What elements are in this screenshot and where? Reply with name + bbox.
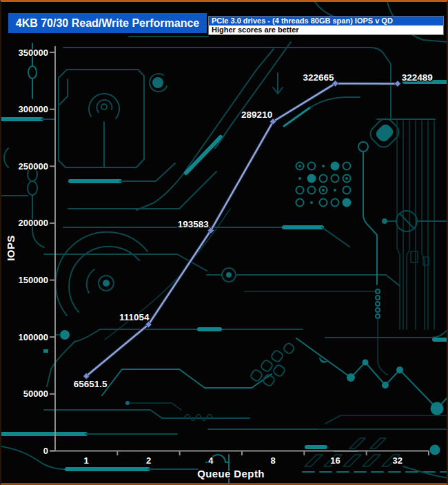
circuit-board-art [1, 2, 448, 485]
data-point-label: 322665 [303, 72, 334, 83]
y-axis-tick-labels: 0500001000001500002000002500003000003500… [19, 48, 48, 457]
x-tick-label: 2 [146, 455, 151, 466]
x-tick-label: 32 [393, 455, 403, 466]
y-axis-title: IOPS [5, 235, 17, 260]
iops-line-chart: 0500001000001500002000002500003000003500… [1, 2, 448, 485]
data-series: 65651.5111054193583289210322665322489 [74, 72, 433, 389]
x-tick-label: 16 [330, 455, 340, 466]
x-tick-label: 4 [208, 455, 214, 466]
chart-panel: 4KB 70/30 Read/Write Performance PCIe 3.… [0, 0, 448, 485]
chart-note: Higher scores are better [209, 25, 443, 34]
data-point-label: 289210 [241, 110, 272, 120]
y-tick-label: 200000 [19, 218, 48, 228]
x-tick-label: 8 [271, 455, 276, 466]
y-tick-label: 350000 [19, 48, 48, 58]
y-tick-label: 0 [43, 446, 48, 456]
x-tick-label: 1 [84, 455, 89, 466]
y-tick-label: 150000 [19, 275, 48, 285]
chart-subtitle-box: PCIe 3.0 drives - (4 threads 80GB span) … [208, 16, 444, 35]
data-point-marker [394, 81, 400, 87]
chart-subtitle: PCIe 3.0 drives - (4 threads 80GB span) … [209, 17, 443, 25]
y-tick-label: 100000 [19, 332, 48, 342]
axis-titles: Queue DepthIOPS [5, 235, 265, 479]
y-tick-label: 50000 [23, 389, 48, 399]
series-line-shadow [86, 83, 398, 376]
data-point-label: 193583 [178, 219, 210, 229]
x-axis-title: Queue Depth [197, 468, 265, 479]
chart-axes [50, 46, 440, 455]
data-point-label: 65651.5 [74, 379, 108, 389]
axis-end-via [430, 445, 440, 455]
data-point-label: 322489 [402, 72, 433, 83]
y-tick-label: 250000 [19, 161, 48, 172]
chart-title: 4KB 70/30 Read/Write Performance [8, 13, 207, 33]
y-tick-label: 300000 [19, 104, 48, 114]
data-point-label: 111054 [119, 312, 150, 322]
series-line [86, 83, 398, 376]
